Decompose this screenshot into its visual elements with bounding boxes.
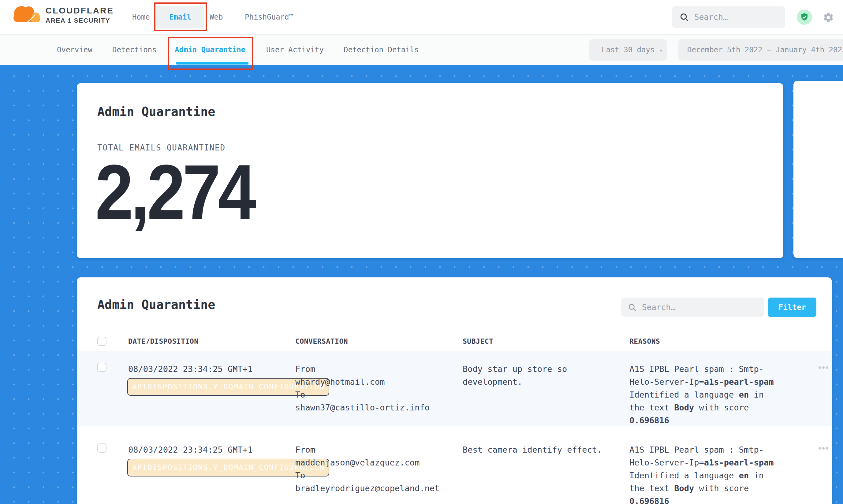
annotation-box-admin-quarantine-tab: [168, 37, 253, 70]
row-actions-menu[interactable]: [819, 447, 832, 450]
cell-conversation: From maddenjason@velazquez.com To bradle…: [295, 444, 463, 495]
nav-item-home[interactable]: Home: [132, 0, 150, 35]
cell-date: 08/03/2022 23:34:25 GMT+1: [128, 444, 295, 456]
to-address: shawn37@castillo-ortiz.info: [295, 401, 463, 414]
date-range-dropdown-label: Last 30 days: [601, 46, 654, 54]
cell-subject: Best camera identify effect.: [463, 444, 607, 456]
row-checkbox[interactable]: [97, 363, 106, 372]
tab-overview[interactable]: Overview: [57, 35, 92, 65]
row-checkbox[interactable]: [97, 444, 106, 453]
select-all-checkbox[interactable]: [97, 337, 106, 346]
table-search[interactable]: [621, 298, 764, 317]
row-actions-menu[interactable]: [819, 366, 832, 369]
brand-subtitle: AREA 1 SECURITY: [46, 17, 114, 24]
chevron-down-icon: ▾: [660, 48, 663, 54]
filter-button[interactable]: Filter: [768, 298, 816, 317]
from-label: From: [295, 444, 463, 456]
nav-item-web[interactable]: Web: [210, 0, 223, 35]
search-icon: [680, 13, 689, 22]
partial-stat-card: [793, 81, 843, 258]
global-search-input[interactable]: [694, 13, 771, 22]
search-icon: [628, 303, 636, 312]
quarantine-card: Admin Quarantine Filter DATE/DISPOSITION…: [77, 277, 832, 504]
table-row: 08/03/2022 23:34:25 GMT+1 From maddenjas…: [77, 426, 832, 504]
cloudflare-logo-icon: [10, 3, 42, 27]
from-label: From: [295, 363, 463, 376]
tab-user-activity[interactable]: User Activity: [266, 35, 324, 65]
brand-name: CLOUDFLARE: [46, 6, 114, 16]
cell-subject: Body star up store so development.: [463, 363, 607, 389]
date-range-display[interactable]: December 5th 2022 — January 4th 2023: [679, 39, 843, 60]
annotation-box-email-tab: [154, 2, 207, 31]
cloudflare-brand[interactable]: CLOUDFLARE AREA 1 SECURITY: [10, 3, 114, 27]
table-row: 08/03/2022 23:34:25 GMT+1 From whardy@ho…: [77, 351, 832, 426]
top-navbar: CLOUDFLARE AREA 1 SECURITY Home Email We…: [0, 0, 843, 35]
dashboard-background: Admin Quarantine TOTAL EMAILS QUARANTINE…: [0, 65, 843, 504]
table-header-row: DATE/DISPOSITION CONVERSATION SUBJECT RE…: [77, 331, 832, 351]
column-header-date: DATE/DISPOSITION: [128, 337, 295, 345]
from-address: maddenjason@velazquez.com: [295, 456, 463, 469]
cell-date: 08/03/2022 23:34:25 GMT+1: [128, 363, 295, 376]
tab-detection-details[interactable]: Detection Details: [344, 35, 419, 65]
email-section-tabs: Overview Detections Admin Quarantine Use…: [0, 35, 843, 65]
metric-value: 2,274: [95, 153, 254, 231]
summary-card: Admin Quarantine TOTAL EMAILS QUARANTINE…: [77, 83, 783, 258]
column-header-reasons: REASONS: [629, 337, 801, 345]
nav-item-phishguard[interactable]: PhishGuard™: [245, 0, 294, 35]
from-address: whardy@hotmail.com: [295, 376, 463, 389]
global-search[interactable]: [672, 6, 785, 28]
column-header-subject: SUBJECT: [463, 337, 629, 345]
summary-card-title: Admin Quarantine: [97, 105, 215, 119]
cell-conversation: From whardy@hotmail.com To shawn37@casti…: [295, 363, 463, 414]
date-range-text: December 5th 2022 — January 4th 2023: [687, 46, 843, 54]
date-range-dropdown[interactable]: Last 30 days▾: [589, 39, 667, 60]
cell-reasons: A1S IPBL Pearl spam : Smtp-Helo-Server-I…: [629, 363, 781, 427]
to-label: To: [295, 389, 463, 401]
table-search-input[interactable]: [642, 303, 718, 312]
tab-detections[interactable]: Detections: [112, 35, 157, 65]
security-status-badge[interactable]: [797, 10, 812, 25]
shield-check-icon: [800, 13, 809, 22]
column-header-conversation: CONVERSATION: [295, 337, 463, 345]
to-address: bradleyrodriguez@copeland.net: [295, 482, 463, 495]
quarantine-card-title: Admin Quarantine: [97, 298, 215, 312]
to-label: To: [295, 469, 463, 482]
cell-reasons: A1S IPBL Pearl spam : Smtp-Helo-Server-I…: [629, 444, 781, 504]
gear-icon[interactable]: [823, 12, 834, 23]
